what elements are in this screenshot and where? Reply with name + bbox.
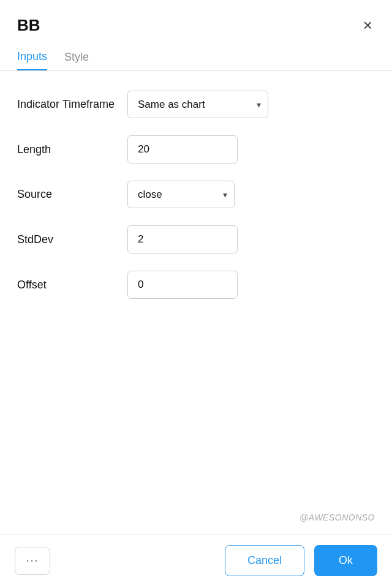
source-row: Source close open high low hl2 hlc3 ohlc… — [17, 181, 375, 208]
source-wrapper: close open high low hl2 hlc3 ohlc4 ▾ — [127, 181, 235, 208]
ok-button[interactable]: Ok — [314, 545, 377, 576]
source-select[interactable]: close open high low hl2 hlc3 ohlc4 — [127, 181, 235, 208]
content-area: Indicator Timeframe Same as chart 1 minu… — [0, 71, 392, 513]
tab-style[interactable]: Style — [64, 50, 89, 70]
indicator-timeframe-select[interactable]: Same as chart 1 minute 5 minutes 15 minu… — [127, 91, 268, 118]
offset-row: Offset — [17, 271, 375, 299]
stddev-row: StdDev — [17, 225, 375, 254]
tab-inputs[interactable]: Inputs — [17, 50, 47, 70]
dialog-title: BB — [17, 16, 40, 35]
more-button[interactable]: ··· — [15, 547, 50, 575]
dialog: BB × Inputs Style Indicator Timeframe Sa… — [0, 0, 392, 586]
watermark: @AWESONONSO — [0, 513, 392, 535]
length-label: Length — [17, 143, 127, 156]
indicator-timeframe-label: Indicator Timeframe — [17, 98, 127, 111]
close-button[interactable]: × — [361, 15, 375, 36]
offset-input[interactable] — [127, 271, 238, 299]
cancel-button[interactable]: Cancel — [225, 545, 304, 576]
stddev-input[interactable] — [127, 225, 238, 254]
source-label: Source — [17, 188, 127, 201]
stddev-label: StdDev — [17, 233, 127, 246]
dialog-footer: ··· Cancel Ok — [0, 535, 392, 586]
indicator-timeframe-wrapper: Same as chart 1 minute 5 minutes 15 minu… — [127, 91, 268, 118]
footer-actions: Cancel Ok — [225, 545, 377, 576]
dialog-header: BB × — [0, 0, 392, 36]
length-row: Length — [17, 135, 375, 163]
tabs-container: Inputs Style — [0, 40, 392, 71]
length-input[interactable] — [127, 135, 238, 163]
indicator-timeframe-row: Indicator Timeframe Same as chart 1 minu… — [17, 91, 375, 118]
offset-label: Offset — [17, 279, 127, 291]
